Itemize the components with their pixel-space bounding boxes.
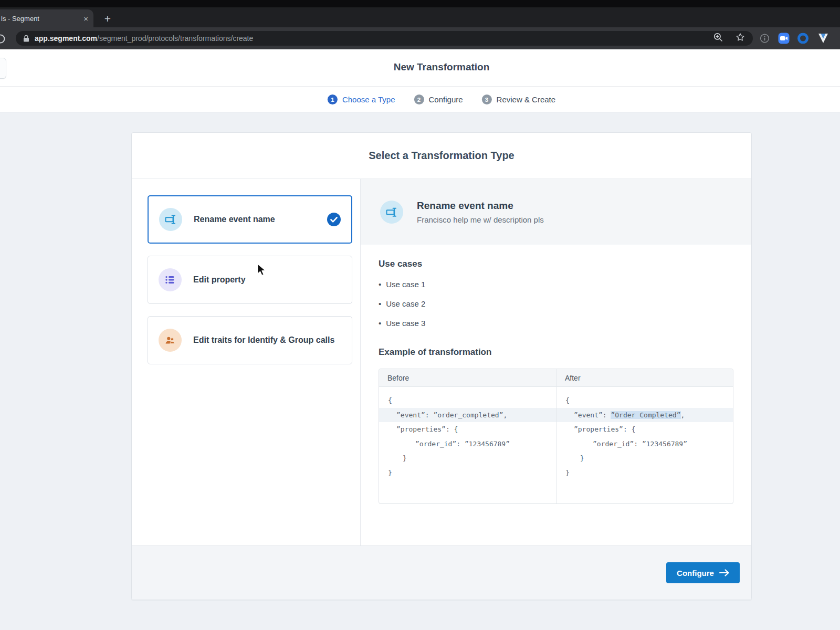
code-line: { xyxy=(379,393,556,408)
users-icon xyxy=(159,329,182,352)
tab-title: ls - Segment xyxy=(1,15,39,23)
url-bar[interactable]: app.segment.com/segment_prod/protocols/t… xyxy=(16,31,753,46)
use-case-item: Use case 2 xyxy=(379,299,733,309)
url-host: app.segment.com xyxy=(35,34,97,43)
step-review-create[interactable]: 3Review & Create xyxy=(482,94,556,104)
code-line: } xyxy=(379,466,556,480)
info-icon[interactable] xyxy=(760,34,770,44)
step-choose-a-type[interactable]: 1Choose a Type xyxy=(328,94,395,104)
transformation-detail-panel: Rename event name Francisco help me w/ d… xyxy=(361,179,751,546)
shield-icon[interactable] xyxy=(817,33,830,44)
window-titlebar xyxy=(0,0,840,7)
back-button-partial[interactable] xyxy=(0,58,6,79)
configure-button[interactable]: Configure xyxy=(666,562,740,583)
before-after-table: Before After {”event”: ”order_completed”… xyxy=(379,369,733,504)
transformation-options-column: Rename event nameEdit propertyEdit trait… xyxy=(132,179,361,546)
step-label: Review & Create xyxy=(497,95,556,104)
rename-icon xyxy=(380,201,403,224)
code-line: ”properties”: { xyxy=(379,422,556,437)
card-footer: Configure xyxy=(132,545,751,600)
extension-ring-icon[interactable] xyxy=(797,33,808,44)
url-text: app.segment.com/segment_prod/protocols/t… xyxy=(35,34,253,43)
detail-header: Rename event name Francisco help me w/ d… xyxy=(361,179,751,245)
detail-title: Rename event name xyxy=(417,200,544,212)
detail-content: Use cases Use case 1Use case 2Use case 3… xyxy=(361,245,751,504)
step-number-badge: 1 xyxy=(328,94,338,104)
option-edit-traits[interactable]: Edit traits for Identify & Group calls xyxy=(148,316,352,364)
card-title: Select a Transformation Type xyxy=(369,150,514,162)
use-cases-heading: Use cases xyxy=(379,259,733,269)
option-label: Edit traits for Identify & Group calls xyxy=(193,333,338,347)
after-code: {”event”: ”Order Completed”,”properties”… xyxy=(556,387,733,503)
omnibox-actions xyxy=(713,32,746,45)
code-line: ”event”: ”Order Completed”, xyxy=(556,408,733,423)
code-line: } xyxy=(556,466,733,480)
transformation-type-card: Select a Transformation Type Rename even… xyxy=(131,132,752,600)
reload-icon[interactable] xyxy=(0,33,6,47)
code-line: ”order_id”: ”123456789” xyxy=(379,437,556,452)
configure-button-label: Configure xyxy=(677,569,714,578)
zoom-in-icon[interactable] xyxy=(713,32,723,45)
mouse-cursor xyxy=(257,263,268,279)
step-configure[interactable]: 2Configure xyxy=(414,94,463,104)
zoom-app-icon[interactable] xyxy=(778,33,790,44)
example-heading: Example of transformation xyxy=(379,347,733,358)
step-number-badge: 3 xyxy=(482,94,492,104)
code-line: } xyxy=(379,451,556,466)
lock-icon[interactable] xyxy=(23,35,29,43)
code-line: ”properties”: { xyxy=(556,422,733,437)
code-line: ”order_id”: ”123456789” xyxy=(556,437,733,452)
highlighted-value: ”Order Completed” xyxy=(611,411,680,419)
bookmark-star-icon[interactable] xyxy=(735,32,746,45)
detail-description: Francisco help me w/ description pls xyxy=(417,215,544,224)
before-column-header: Before xyxy=(379,369,556,386)
use-case-item: Use case 1 xyxy=(379,280,733,289)
code-line: } xyxy=(556,451,733,466)
code-line: { xyxy=(556,393,733,408)
option-edit-property[interactable]: Edit property xyxy=(148,256,352,304)
browser-toolbar: app.segment.com/segment_prod/protocols/t… xyxy=(0,27,840,49)
use-case-item: Use case 3 xyxy=(379,319,733,328)
url-path: /segment_prod/protocols/transformations/… xyxy=(97,34,253,43)
page-title: New Transformation xyxy=(394,61,490,73)
arrow-right-icon xyxy=(719,569,729,576)
card-body: Rename event nameEdit propertyEdit trait… xyxy=(132,179,751,546)
rename-icon xyxy=(159,208,182,231)
after-column-header: After xyxy=(556,369,733,386)
step-label: Choose a Type xyxy=(342,95,395,104)
browser-tab[interactable]: ls - Segment × xyxy=(0,9,93,27)
selected-check-icon xyxy=(327,213,341,226)
new-tab-button[interactable]: + xyxy=(101,12,114,26)
code-table-body: {”event”: ”order_completed”,”properties”… xyxy=(379,387,733,503)
step-number-badge: 2 xyxy=(414,94,424,104)
option-label: Rename event name xyxy=(194,213,278,226)
tab-strip: ls - Segment × + xyxy=(0,7,840,27)
card-header: Select a Transformation Type xyxy=(132,133,751,179)
option-label: Edit property xyxy=(193,273,249,287)
list-icon xyxy=(159,268,182,291)
stepper: 1Choose a Type2Configure3Review & Create xyxy=(328,87,555,112)
close-tab-icon[interactable]: × xyxy=(83,15,88,23)
use-cases-list: Use case 1Use case 2Use case 3 xyxy=(379,280,733,328)
before-code: {”event”: ”order_completed”,”properties”… xyxy=(379,387,556,503)
code-table-header: Before After xyxy=(379,369,733,387)
code-line: ”event”: ”order_completed”, xyxy=(379,408,556,423)
option-rename-event-name[interactable]: Rename event name xyxy=(148,195,352,244)
step-label: Configure xyxy=(429,95,463,104)
